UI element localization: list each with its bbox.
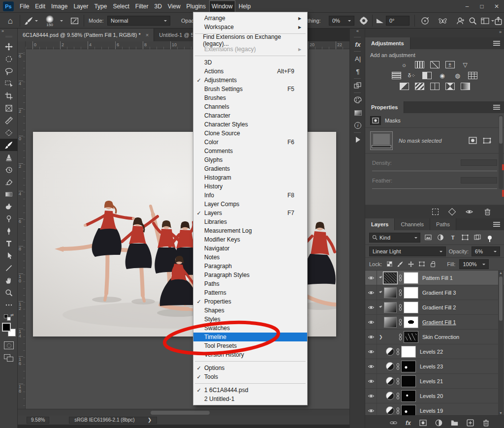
tool-preset-button[interactable] xyxy=(23,13,39,29)
levels-icon[interactable] xyxy=(415,61,424,68)
brush-angle-button[interactable] xyxy=(375,13,385,29)
layer-name[interactable]: Levels 23 xyxy=(420,364,443,369)
eraser-tool[interactable] xyxy=(0,176,18,188)
layer-visibility-toggle[interactable] xyxy=(365,374,377,389)
eye-icon[interactable] xyxy=(466,208,473,215)
window-menu-item[interactable]: ✓ 3D ▶ xyxy=(193,58,307,67)
scrollbar-thumb[interactable] xyxy=(151,411,210,415)
swatches-panel-button[interactable] xyxy=(350,93,366,106)
invert-icon[interactable] xyxy=(400,83,409,90)
close-tab-icon[interactable]: × xyxy=(146,32,149,38)
gradients-panel-button[interactable] xyxy=(350,106,366,119)
smoothing-select[interactable]: 0% xyxy=(329,16,354,26)
window-menu-item[interactable]: ✓ Tool Presets ▶ xyxy=(193,341,307,350)
layer-thumbnail[interactable] xyxy=(386,392,394,400)
layer-row[interactable]: ❯ Levels 20 xyxy=(365,389,504,403)
type-tool[interactable] xyxy=(0,237,18,249)
object-selection-tool[interactable] xyxy=(0,77,18,90)
window-menu-item[interactable]: ✓ Version History ▶ xyxy=(193,350,307,359)
expand-panels-chevron[interactable]: » xyxy=(499,30,501,34)
new-layer-icon[interactable] xyxy=(467,419,474,427)
brightness-contrast-icon[interactable]: ☼ xyxy=(400,61,409,68)
delete-layer-icon[interactable] xyxy=(482,419,490,427)
lock-all-icon[interactable] xyxy=(429,260,436,269)
maximize-button[interactable]: □ xyxy=(474,0,489,12)
window-menu-item[interactable]: ✓ Adjustments ▶ xyxy=(193,76,307,85)
layer-mask-thumbnail[interactable] xyxy=(401,390,416,402)
blend-mode-select[interactable]: Normal xyxy=(107,16,170,26)
pressure-size-button[interactable] xyxy=(418,13,431,29)
screen-mode-button[interactable] xyxy=(4,354,14,362)
new-group-icon[interactable] xyxy=(451,419,458,427)
pen-tool[interactable] xyxy=(0,225,18,237)
window-menu-item[interactable]: ✓ Brushes ▶ xyxy=(193,93,307,102)
horizontal-scrollbar[interactable] xyxy=(18,409,349,416)
layer-row[interactable]: ❯ Levels 19 xyxy=(365,403,504,415)
healing-brush-tool[interactable] xyxy=(0,126,18,139)
color-balance-icon[interactable]: δ⁘ xyxy=(407,72,416,79)
window-menu-item[interactable]: ✓ Gradients ▶ xyxy=(193,164,307,173)
menubar-item[interactable]: Help xyxy=(237,1,253,12)
menubar-item[interactable]: Image xyxy=(49,1,69,12)
panel-menu-icon[interactable] xyxy=(493,222,500,227)
add-pixel-mask-icon[interactable] xyxy=(469,137,477,144)
layer-mask-thumbnail[interactable] xyxy=(404,287,418,299)
character-panel-button[interactable]: A| xyxy=(350,52,366,65)
menubar-item[interactable]: Type xyxy=(92,1,109,12)
vibrance-icon[interactable]: ▽ xyxy=(461,61,470,68)
layer-mask-thumbnail[interactable] xyxy=(404,331,418,343)
new-adjustment-icon[interactable] xyxy=(435,419,442,427)
window-menu-item[interactable]: ✓ Notes ▶ xyxy=(193,253,307,262)
panel-menu-icon[interactable] xyxy=(493,105,500,110)
window-menu-item[interactable]: ✓ Workspace ▶ xyxy=(193,23,307,31)
brush-preset-picker[interactable]: 150 xyxy=(43,13,56,29)
window-menu-item[interactable]: ✓ History ▶ xyxy=(193,182,307,191)
collapse-toolbar-chevron[interactable]: » xyxy=(0,29,17,35)
threshold-icon[interactable] xyxy=(430,83,440,90)
window-menu-item[interactable]: ✓ Layers F7 ▶ xyxy=(193,209,307,217)
hue-saturation-icon[interactable] xyxy=(392,72,401,79)
tab-properties[interactable]: Properties xyxy=(365,101,404,113)
layer-mask-thumbnail[interactable] xyxy=(401,405,416,416)
curves-icon[interactable] xyxy=(430,61,440,68)
layer-opacity-select[interactable]: 6% xyxy=(472,246,500,256)
window-menu-item[interactable]: ✓ Find Extensions on Exchange (legacy)..… xyxy=(193,36,307,45)
layer-name[interactable]: Skin Correction xyxy=(422,334,459,340)
layer-thumbnail[interactable] xyxy=(384,317,397,328)
layer-name[interactable]: Levels 20 xyxy=(420,393,443,399)
selective-color-icon[interactable] xyxy=(461,83,470,90)
layer-name[interactable]: Pattern Fill 1 xyxy=(422,275,453,281)
window-menu-item[interactable]: ✓ Measurement Log ▶ xyxy=(193,226,307,235)
layer-visibility-toggle[interactable] xyxy=(365,403,377,416)
layer-name[interactable]: Levels 19 xyxy=(420,408,443,414)
layer-mask-thumbnail[interactable] xyxy=(404,302,418,313)
smoothing-options-button[interactable] xyxy=(358,13,369,29)
window-menu-item[interactable]: ✓ Info F8 ▶ xyxy=(193,191,307,200)
window-menu-item[interactable]: ✓ Patterns ▶ xyxy=(193,288,307,297)
hand-tool[interactable] xyxy=(0,274,18,286)
window-menu-item[interactable]: ✓ Libraries ▶ xyxy=(193,217,307,226)
properties-scrollbar[interactable] xyxy=(499,115,503,189)
crop-tool[interactable] xyxy=(0,90,18,102)
frame-tool[interactable] xyxy=(0,102,18,114)
lock-pixels-icon[interactable] xyxy=(397,260,404,269)
layer-mask-thumbnail[interactable] xyxy=(401,346,416,358)
layer-visibility-toggle[interactable] xyxy=(365,389,377,403)
kind-shape-icon[interactable] xyxy=(461,233,470,242)
window-menu-item[interactable]: ✓ Layer Comps ▶ xyxy=(193,200,307,209)
window-menu-item[interactable]: ✓ Timeline ▶ xyxy=(193,333,307,341)
layer-name[interactable]: Levels 22 xyxy=(420,349,443,355)
layer-visibility-toggle[interactable] xyxy=(365,285,377,300)
layers-panel-tab[interactable]: Paths xyxy=(430,218,456,230)
window-menu-item[interactable]: ✓ Character ▶ xyxy=(193,111,307,120)
line-tool[interactable] xyxy=(0,262,18,274)
edit-toolbar-button[interactable] xyxy=(0,299,18,311)
layer-blend-mode-select[interactable]: Linear Light xyxy=(369,246,446,256)
clone-stamp-tool[interactable] xyxy=(0,151,18,163)
window-menu-item[interactable]: ✓ 2 Untitled-1 ▶ xyxy=(193,395,307,403)
window-menu-item[interactable]: ✓ Brush Settings F5 ▶ xyxy=(193,85,307,93)
feather-slider[interactable] xyxy=(372,188,497,189)
window-menu-item[interactable]: ✓ Properties ▶ xyxy=(193,297,307,306)
layers-scrollbar[interactable]: ▲▼ xyxy=(498,271,504,415)
window-menu-item[interactable]: ✓ Options ▶ xyxy=(193,364,307,372)
